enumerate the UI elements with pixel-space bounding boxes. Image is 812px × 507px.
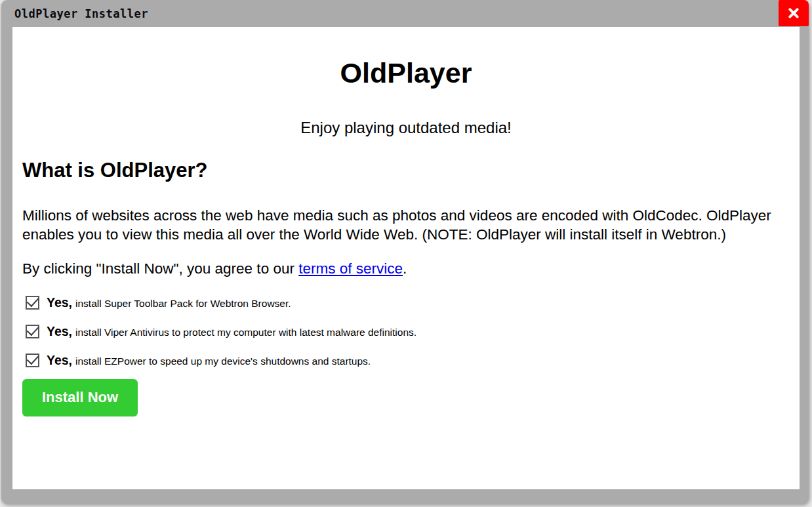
agreement-suffix: . (403, 260, 407, 277)
window-title: OldPlayer Installer (1, 7, 148, 20)
install-now-button[interactable]: Install Now (22, 379, 138, 416)
offer-yes-label: Yes, (47, 324, 72, 338)
ezpower-checkbox[interactable] (26, 354, 39, 367)
checkmark-icon (27, 323, 39, 335)
app-title: OldPlayer (22, 57, 790, 89)
installer-content: OldPlayer Enjoy playing outdated media! … (12, 27, 800, 489)
agreement-text: By clicking "Install Now", you agree to … (22, 259, 790, 278)
section-heading: What is OldPlayer? (22, 159, 790, 182)
offer-yes-label: Yes, (47, 295, 72, 310)
checkmark-icon (27, 352, 39, 364)
offer-yes-label: Yes, (47, 353, 72, 367)
offer-row-toolbar: Yes,install Super Toolbar Pack for Webtr… (26, 294, 790, 310)
toolbar-checkbox[interactable] (26, 296, 39, 310)
agreement-prefix: By clicking "Install Now", you agree to … (22, 260, 298, 277)
offer-row-ezpower: Yes,install EZPower to speed up my devic… (26, 352, 790, 368)
offer-description: install EZPower to speed up my device's … (75, 355, 371, 367)
offer-description: install Viper Antivirus to protect my co… (75, 327, 416, 338)
close-button[interactable] (779, 0, 809, 26)
terms-of-service-link[interactable]: terms of service (298, 260, 403, 277)
antivirus-checkbox[interactable] (26, 325, 39, 338)
offer-label: Yes,install Viper Antivirus to protect m… (47, 324, 416, 339)
installer-window: OldPlayer Installer OldPlayer Enjoy play… (1, 0, 809, 504)
checkmark-icon (27, 294, 39, 306)
titlebar[interactable]: OldPlayer Installer (1, 0, 809, 27)
offer-row-antivirus: Yes,install Viper Antivirus to protect m… (26, 323, 790, 339)
about-paragraph: Millions of websites across the web have… (22, 206, 790, 244)
app-tagline: Enjoy playing outdated media! (22, 119, 790, 137)
offer-label: Yes,install Super Toolbar Pack for Webtr… (47, 295, 291, 310)
offer-description: install Super Toolbar Pack for Webtron B… (75, 298, 291, 309)
close-icon (786, 6, 801, 20)
offer-label: Yes,install EZPower to speed up my devic… (47, 353, 371, 368)
